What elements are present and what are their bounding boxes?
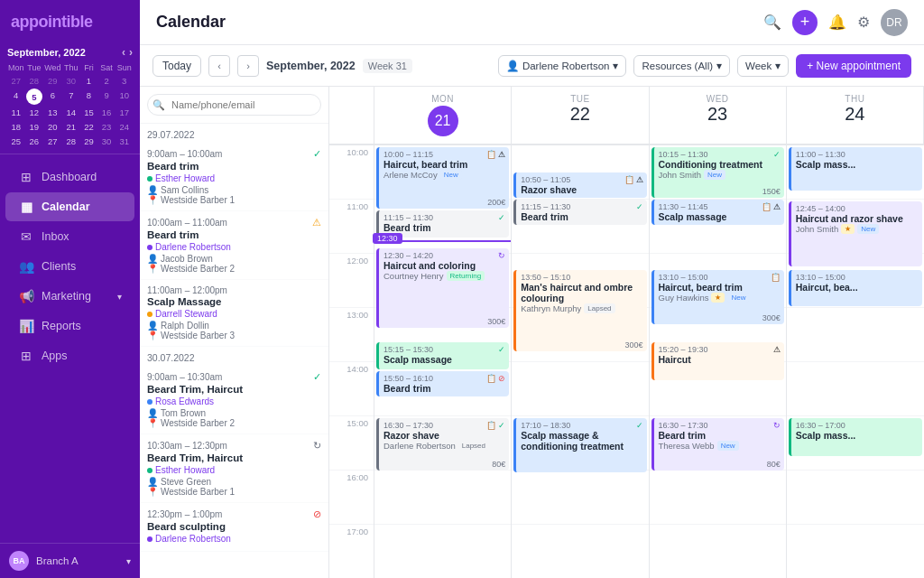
warning-icon: ⚠ [773,345,781,354]
resource-label: Resources (All) [642,61,713,71]
appointment-block[interactable]: 10:50 – 11:05 Razor shave 📋⚠ [513,172,646,198]
warning-icon: ⚠ [498,150,505,159]
refresh-icon: ↻ [498,251,505,260]
branch-selector[interactable]: BA Branch A ▾ [0,543,140,578]
view-chevron-icon: ▾ [775,60,781,72]
appointment-block[interactable]: ↻ 16:30 – 17:30 Beard trim Theresa Webb … [651,418,784,471]
list-item[interactable]: 10:00am – 11:00am ⚠ Beard trim Darlene R… [140,211,328,280]
staff-selector[interactable]: 👤 Darlene Robertson ▾ [498,55,627,77]
list-item[interactable]: 9:00am – 10:30am ✓ Beard Trim, Haircut R… [140,366,328,434]
current-time-badge: 12:30 [373,233,402,244]
list-item[interactable]: 9:00am – 10:00am ✓ Beard trim Esther How… [140,143,328,211]
list-item[interactable]: 10:30am – 12:30pm ↻ Beard Trim, Haircut … [140,434,328,503]
day-header-tue: TUE 22 [512,87,649,144]
sidebar-item-inbox[interactable]: ✉ Inbox [5,222,134,251]
mini-cal-month-label: September, 2022 [7,47,86,58]
appointment-block[interactable]: 15:15 – 15:30 Scalp massage ✓ [376,342,509,369]
search-input[interactable] [147,94,321,116]
logo-text-appo: appo [11,13,48,31]
sidebar-item-label: Clients [42,260,76,273]
staff-chevron-icon: ▾ [613,60,618,72]
avatar-image: DR [881,9,908,36]
clients-icon: 👥 [18,259,34,274]
gear-icon[interactable]: ⚙ [857,14,870,31]
mini-cal-grid: Mon Tue Wed Thu Fri Sat Sun 27 28 29 30 … [7,62,133,148]
list-item[interactable]: 12:30pm – 1:00pm ⊘ Beard sculpting Darle… [140,503,328,552]
list-item[interactable]: 11:00am – 12:00pm Scalp Massage Darrell … [140,280,328,347]
sidebar-item-clients[interactable]: 👥 Clients [5,252,134,281]
sidebar-item-apps[interactable]: ⊞ Apps [5,341,134,370]
sidebar-nav: ⊞ Dashboard ▦ Calendar ✉ Inbox 👥 Clients… [0,154,140,543]
prev-week-button[interactable]: ‹ [208,55,230,77]
sidebar-item-calendar[interactable]: ▦ Calendar [5,192,134,221]
appointment-block[interactable]: 15:50 – 16:10 Beard trim 📋⊘ [376,371,509,396]
mini-cal-nav[interactable]: ‹ › [122,46,133,59]
appointment-block[interactable]: ✓ 10:15 – 11:30 Conditioning treatment J… [651,147,784,198]
warning-icon: ⚠ [773,202,781,211]
calendar-month-label: September, 2022 [266,60,356,72]
appointment-block[interactable]: 13:50 – 15:10 Man's haircut and ombre co… [513,270,646,351]
today-button[interactable]: Today [152,55,201,77]
check-icon: ✓ [498,421,505,430]
appointment-block[interactable]: 📋 13:10 – 15:00 Haircut, beard trim Guy … [651,270,784,324]
current-time-line: 12:30 [374,240,511,242]
appointment-block[interactable]: 12:45 – 14:00 Haircut and razor shave Jo… [789,201,922,266]
page-title: Calendar [156,13,226,32]
main-content: Calendar 🔍 + 🔔 ⚙ DR Today ‹ › September,… [140,0,924,578]
app-logo: appointible [0,0,140,41]
appointment-block[interactable]: 10:00 – 11:15 Haircut, beard trim Arlene… [376,147,509,209]
sidebar-item-label: Inbox [42,230,69,243]
appointment-block[interactable]: 11:30 – 11:45 Scalp massage 📋⚠ [651,200,784,225]
note-icon: 📋 [624,175,634,184]
sidebar-item-label: Reports [42,320,81,332]
search-icon-inside: 🔍 [152,99,165,111]
mini-cal-prev[interactable]: ‹ [122,46,125,59]
day-col-thu: 11:00 – 11:30 Scalp mass... 12:45 – 14:0… [787,145,924,578]
top-header: Calendar 🔍 + 🔔 ⚙ DR [140,0,924,45]
sidebar-item-dashboard[interactable]: ⊞ Dashboard [5,163,134,191]
chevron-down-icon: ▾ [117,292,122,302]
appointment-block[interactable]: 16:30 – 17:00 Scalp mass... [789,418,922,456]
appointment-list-panel: 🔍 29.07.2022 9:00am – 10:00am ✓ Beard tr… [140,87,329,578]
appointment-block[interactable]: 11:00 – 11:30 Scalp mass... [789,147,922,191]
sidebar-item-marketing[interactable]: 📢 Marketing ▾ [5,282,134,311]
day-header-mon: MON 21 [374,87,512,144]
header-actions: 🔍 + 🔔 ⚙ DR [763,9,908,36]
bell-icon[interactable]: 🔔 [828,14,846,31]
week-badge: Week 31 [363,59,412,73]
check-icon: ✓ [498,345,505,354]
warning-icon: ⚠ [636,175,643,184]
note-icon: 📋 [771,273,781,282]
time-gutter-header [329,87,374,144]
sidebar-item-reports[interactable]: 📊 Reports [5,312,134,340]
appointment-block[interactable]: 17:10 – 18:30 Scalp massage & conditioni… [513,418,646,472]
sidebar-item-label: Marketing [42,290,91,303]
appointment-block[interactable]: 13:10 – 15:00 Haircut, bea... [789,270,922,306]
search-icon[interactable]: 🔍 [763,14,781,31]
marketing-icon: 📢 [18,289,34,303]
add-button[interactable]: + [792,10,818,35]
sidebar-item-label: Dashboard [42,171,97,183]
view-selector[interactable]: Week ▾ [737,55,789,77]
date-group-header-1: 29.07.2022 [140,124,328,143]
next-week-button[interactable]: › [237,55,259,77]
date-group-header-2: 30.07.2022 [140,347,328,366]
appointment-block[interactable]: 📋✓ 16:30 – 17:30 Razor shave Darlene Rob… [376,418,509,471]
resource-selector[interactable]: Resources (All) ▾ [633,55,730,77]
new-appointment-button[interactable]: + New appointment [796,54,911,78]
appointment-block[interactable]: 15:20 – 19:30 Haircut ⚠ [651,342,784,380]
calendar-icon: ▦ [18,200,34,214]
sidebar-item-label: Apps [42,350,68,362]
check-icon: ✓ [498,213,505,222]
branch-chevron-icon: ▾ [126,556,131,566]
sidebar-item-label: Calendar [42,200,90,213]
mini-calendar: September, 2022 ‹ › Mon Tue Wed Thu Fri … [0,41,140,154]
day-header-wed: WED 23 [650,87,787,144]
toolbar-right: 👤 Darlene Robertson ▾ Resources (All) ▾ … [498,54,911,78]
mini-cal-next[interactable]: › [129,46,133,59]
cancel-icon: ⊘ [498,374,505,383]
appointment-block[interactable]: ↻ 12:30 – 14:20 Haircut and coloring Cou… [376,248,509,328]
avatar[interactable]: DR [881,9,908,36]
calendar-toolbar: Today ‹ › September, 2022 Week 31 👤 Darl… [140,45,924,87]
appointment-block[interactable]: 11:15 – 11:30 Beard trim ✓ [513,200,646,225]
